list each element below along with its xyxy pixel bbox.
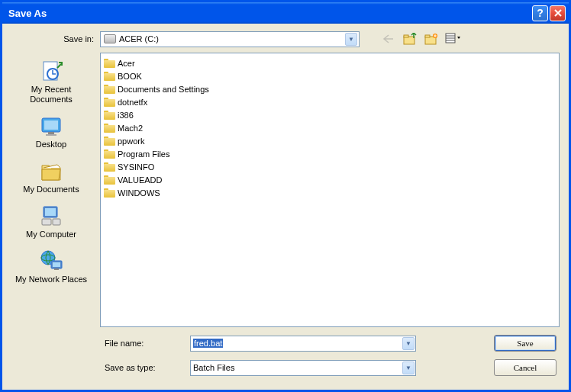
close-button[interactable]	[550, 5, 566, 21]
folder-icon	[104, 98, 115, 107]
filetype-dropdown[interactable]: Batch Files ▼	[190, 360, 416, 376]
folder-name: ppwork	[118, 137, 144, 146]
save-button[interactable]: Save	[494, 335, 556, 352]
list-item[interactable]: WINDOWS	[104, 186, 556, 199]
folder-icon	[104, 124, 115, 133]
svg-rect-22	[53, 262, 60, 267]
save-in-value: ACER (C:)	[119, 34, 159, 43]
window-title: Save As	[8, 8, 531, 19]
save-in-dropdown[interactable]: ACER (C:) ▼	[100, 31, 360, 47]
folder-name: Acer	[118, 59, 135, 68]
svg-rect-3	[425, 35, 430, 37]
filename-input[interactable]: fred.bat ▼	[190, 336, 416, 352]
svg-rect-1	[404, 35, 408, 37]
folder-name: i386	[118, 111, 134, 120]
filename-value: fred.bat	[193, 339, 223, 348]
list-item[interactable]: SYSINFO	[104, 160, 556, 173]
my-computer-icon	[39, 204, 63, 228]
place-my-network[interactable]: My Network Places	[13, 246, 89, 289]
folder-icon	[104, 175, 115, 185]
new-folder-icon[interactable]	[424, 31, 439, 47]
list-item[interactable]: Acer	[104, 56, 556, 69]
place-recent-documents[interactable]: My Recent Documents	[13, 56, 89, 109]
views-icon[interactable]	[445, 31, 460, 47]
list-item[interactable]: Documents and Settings	[104, 82, 556, 95]
list-item[interactable]: i386	[104, 108, 556, 121]
places-bar: My Recent Documents Desktop My Documents…	[2, 53, 100, 327]
svg-rect-12	[44, 120, 58, 130]
list-item[interactable]: Mach2	[104, 121, 556, 134]
svg-rect-23	[54, 268, 59, 270]
up-one-level-icon[interactable]	[402, 31, 418, 47]
place-my-documents[interactable]: My Documents	[13, 156, 89, 199]
folder-icon	[104, 85, 115, 94]
folder-name: dotnetfx	[118, 98, 147, 107]
folder-name: WINDOWS	[118, 188, 160, 198]
folder-name: BOOK	[118, 72, 142, 81]
chevron-down-icon[interactable]: ▼	[402, 337, 415, 350]
folder-name: Documents and Settings	[118, 85, 209, 94]
filename-label: File name:	[100, 339, 190, 348]
titlebar[interactable]: Save As ?	[2, 2, 569, 24]
cancel-button[interactable]: Cancel	[494, 359, 556, 376]
svg-rect-9	[44, 62, 57, 80]
drive-icon	[104, 34, 116, 43]
list-item[interactable]: Program Files	[104, 147, 556, 160]
save-as-dialog: Save As ? Save in: ACER (C:) ▼	[0, 0, 571, 392]
folder-name: VALUEADD	[118, 175, 162, 185]
folder-icon	[104, 59, 115, 68]
recent-documents-icon	[39, 59, 63, 83]
folder-icon	[104, 188, 115, 198]
list-item[interactable]: VALUEADD	[104, 173, 556, 186]
svg-rect-13	[48, 132, 54, 134]
desktop-icon	[39, 114, 63, 138]
help-button[interactable]: ?	[532, 5, 548, 21]
svg-rect-14	[46, 134, 56, 136]
save-in-label: Save in:	[2, 34, 100, 43]
list-item[interactable]: dotnetfx	[104, 95, 556, 108]
filetype-value: Batch Files	[193, 363, 234, 372]
folder-name: Program Files	[118, 149, 169, 159]
folder-name: Mach2	[118, 124, 143, 133]
my-documents-icon	[39, 159, 63, 183]
list-item[interactable]: ppwork	[104, 134, 556, 147]
chevron-down-icon[interactable]: ▼	[345, 33, 357, 46]
back-icon	[381, 31, 396, 47]
file-list[interactable]: AcerBOOKDocuments and Settingsdotnetfxi3…	[100, 53, 560, 327]
folder-icon	[104, 72, 115, 81]
folder-name: SYSINFO	[118, 162, 154, 172]
network-places-icon	[39, 249, 63, 273]
svg-rect-16	[45, 208, 56, 216]
folder-icon	[104, 149, 115, 159]
list-item[interactable]: BOOK	[104, 69, 556, 82]
svg-rect-18	[53, 219, 60, 225]
filetype-label: Save as type:	[100, 363, 190, 372]
chevron-down-icon[interactable]: ▼	[402, 361, 415, 374]
place-desktop[interactable]: Desktop	[13, 111, 89, 154]
svg-rect-17	[42, 219, 51, 225]
folder-icon	[104, 162, 115, 172]
folder-icon	[104, 137, 115, 146]
folder-icon	[104, 111, 115, 120]
place-my-computer[interactable]: My Computer	[13, 201, 89, 244]
